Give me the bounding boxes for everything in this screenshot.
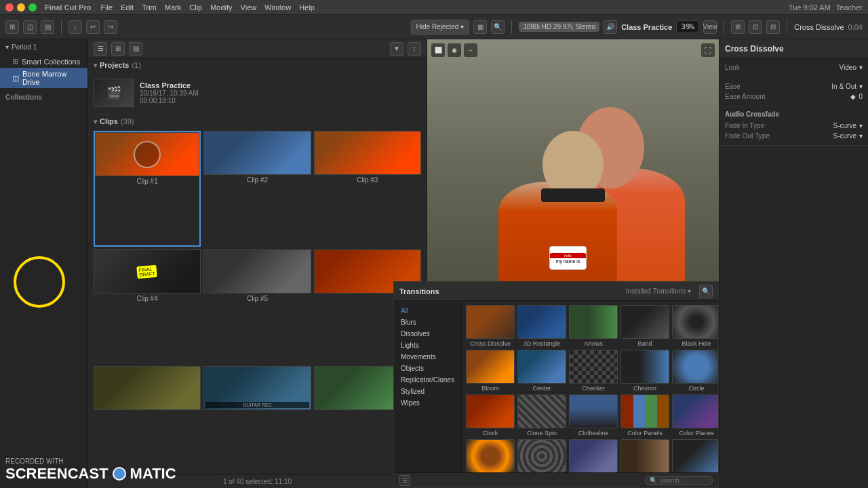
close-button[interactable] [5, 3, 14, 12]
hide-rejected-button[interactable]: Hide Rejected ▾ [411, 20, 470, 35]
redo-button[interactable]: ↪ [104, 20, 117, 34]
search-button[interactable]: 🔍 [491, 20, 505, 34]
clip-item-5[interactable]: Clip #5 [203, 249, 311, 363]
transition-3d-rectangle[interactable]: 3D Rectangle [517, 305, 566, 347]
sidebar: ▾ Period 1 ⊞ Smart Collections ◫ Bone Ma… [0, 39, 88, 488]
clip-item-2[interactable]: Clip #2 [203, 131, 311, 247]
library-button[interactable]: ⊞ [5, 20, 19, 34]
transition-cube[interactable]: Cube [569, 439, 618, 472]
cat-wipes[interactable]: Wipes [394, 397, 461, 409]
browser-view-list[interactable]: ☰ [94, 42, 107, 56]
band-label: Band [637, 340, 652, 347]
cat-movements[interactable]: Movements [394, 351, 461, 363]
event-icon: ◫ [12, 74, 19, 83]
menu-trim[interactable]: Trim [142, 3, 157, 12]
transition-bloom[interactable]: Bloom [466, 350, 515, 392]
clips-collapse-arrow[interactable]: ▾ [94, 118, 97, 125]
menu-modify[interactable]: Modify [210, 3, 232, 12]
menu-file[interactable]: File [100, 3, 113, 12]
transition-circle[interactable]: Circle [672, 350, 718, 392]
event-button[interactable]: ◫ [23, 20, 37, 34]
browser-sort-button[interactable]: ↕ [408, 42, 421, 56]
transitions-search-input-container[interactable]: 🔍 [645, 476, 713, 485]
preview-monitor-button[interactable]: ⬜ [431, 43, 445, 57]
clip-item-1[interactable]: Clip #1 [94, 131, 201, 247]
main-layout: ▾ Period 1 ⊞ Smart Collections ◫ Bone Ma… [0, 39, 868, 488]
bloom-thumb [466, 350, 515, 384]
cat-lights[interactable]: Lights [394, 340, 461, 351]
look-chevron: ▾ [859, 64, 863, 71]
clip-appearance-button[interactable]: ▦ [473, 20, 487, 34]
menu-edit[interactable]: Edit [121, 3, 134, 12]
browser-view-filmstrip[interactable]: ▤ [129, 42, 142, 56]
transition-clone-spin[interactable]: Clone Spin [517, 394, 566, 436]
clip-item-4[interactable]: FINALDRAFT Clip #4 [94, 249, 201, 363]
transition-chevron[interactable]: Chevron [620, 350, 669, 392]
fullscreen-button-preview[interactable]: ⛶ [701, 43, 715, 57]
color-panels-label: Color Panels [627, 430, 663, 436]
menu-mark[interactable]: Mark [165, 3, 181, 12]
cat-dissolves[interactable]: Dissolves [394, 328, 461, 340]
import-button[interactable]: ↓ [68, 20, 82, 34]
layout-button-3[interactable]: ⊟ [766, 20, 780, 34]
transition-band[interactable]: Band [620, 305, 669, 347]
transition-checker[interactable]: Checker [569, 350, 618, 392]
layout-button-1[interactable]: ⊞ [731, 20, 745, 34]
project-item[interactable]: 🎬 Class Practice 10/16/17, 10:39 AM 00:0… [94, 76, 421, 110]
fade-in-value: S-curve ▾ [833, 122, 863, 129]
transition-clock[interactable]: Clock [466, 394, 515, 436]
menu-clip[interactable]: Clip [189, 3, 202, 12]
clip-label-2: Clip #2 [203, 176, 311, 184]
cat-stylized[interactable]: Stylized [394, 386, 461, 397]
sidebar-item-smart-collections[interactable]: ⊞ Smart Collections [0, 55, 87, 68]
preview-scope-button[interactable]: ◉ [448, 43, 461, 57]
clothesline-thumb [569, 394, 618, 428]
installed-transitions-label[interactable]: Installed Transitions ▾ [626, 287, 691, 295]
transition-arrows[interactable]: Arrows [569, 305, 618, 347]
menu-window[interactable]: Window [264, 3, 291, 12]
minimize-button[interactable] [17, 3, 25, 12]
project-name: Class Practice [140, 81, 421, 89]
transition-black-hole[interactable]: Black Hole [672, 305, 718, 347]
clip-item-8[interactable]: GUITAR REC [203, 366, 311, 472]
transitions-list-view[interactable]: ☰ [399, 475, 410, 486]
zoom-level: 39% [676, 20, 699, 33]
clips-section-header: ▾ Clips (39) [88, 115, 427, 128]
cat-all[interactable]: All [394, 305, 461, 317]
3d-rect-thumb [517, 305, 566, 339]
fullscreen-button[interactable] [28, 3, 37, 12]
cat-blurs[interactable]: Blurs [394, 317, 461, 328]
menu-view[interactable]: View [241, 3, 257, 12]
transition-combo-spin[interactable]: Combo Spin [466, 439, 515, 472]
browser-view-grid[interactable]: ⊞ [111, 42, 125, 56]
preview-audio-button[interactable]: ↔ [464, 43, 477, 57]
projects-collapse-arrow[interactable]: ▾ [94, 62, 97, 69]
browser-filter-button[interactable]: ▼ [390, 42, 403, 56]
transition-cross-dissolve[interactable]: Cross Dissolve [466, 305, 515, 347]
clip-label-1: Clip #1 [95, 178, 199, 185]
transition-diagonal[interactable]: Diagonal [672, 439, 718, 472]
circle-label: Circle [688, 385, 704, 392]
fade-in-label: Fade In Type [725, 122, 764, 129]
undo-button[interactable]: ↩ [86, 20, 100, 34]
transitions-search[interactable]: 🔍 [699, 285, 713, 298]
sidebar-item-bone-marrow[interactable]: ◫ Bone Marrow Drive [0, 68, 87, 88]
combo-spin-thumb [466, 439, 515, 472]
clip-item-3[interactable]: Clip #3 [314, 131, 421, 247]
audio-button[interactable]: 🔊 [604, 20, 617, 34]
transition-color-panels[interactable]: Color Panels [620, 394, 669, 436]
transition-clothesline[interactable]: Clothesline [569, 394, 618, 436]
menu-help[interactable]: Help [299, 3, 315, 12]
transition-concentric[interactable]: Concentric [517, 439, 566, 472]
cat-replicator[interactable]: Replicator/Clones [394, 374, 461, 386]
transition-color-planes[interactable]: Color Planes [672, 394, 718, 436]
transition-curtains[interactable]: Curtains [620, 439, 669, 472]
cat-objects[interactable]: Objects [394, 363, 461, 374]
clip-item-7[interactable] [94, 366, 201, 472]
project-button[interactable]: ▤ [41, 20, 54, 34]
layout-button-2[interactable]: ⊡ [749, 20, 762, 34]
transitions-search-input[interactable] [660, 477, 708, 484]
clip-thumb-7 [94, 366, 201, 410]
view-button[interactable]: View [703, 20, 717, 34]
transition-center[interactable]: Center [517, 350, 566, 392]
